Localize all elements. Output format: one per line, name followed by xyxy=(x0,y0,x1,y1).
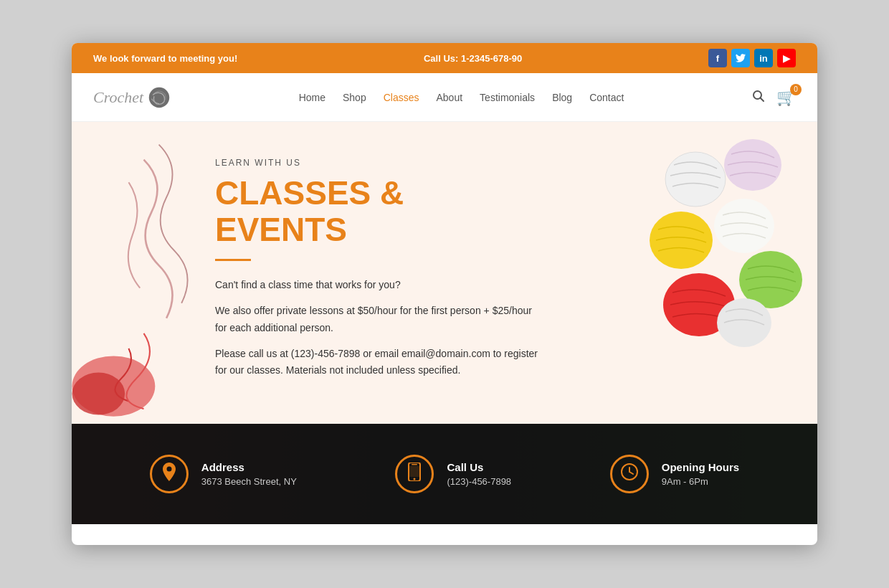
yarn-deco-left xyxy=(72,122,201,424)
logo-icon xyxy=(148,86,171,109)
nav-item-about[interactable]: About xyxy=(437,91,463,104)
footer-hours-text: 9Am - 6Pm xyxy=(662,476,739,487)
top-bar-left-text: We look forward to meeting you! xyxy=(93,53,237,64)
footer-hours-icon-wrap xyxy=(610,455,649,493)
footer-phone-text: (123)-456-7898 xyxy=(447,476,511,487)
footer-item-address: Address 3673 Beech Street, NY xyxy=(150,455,297,493)
svg-line-2 xyxy=(760,98,764,101)
nav-item-shop[interactable]: Shop xyxy=(343,91,366,104)
navbar: Crochet Home Shop Classes About Testimon… xyxy=(72,73,817,122)
top-bar-phone: Call Us: 1-2345-678-90 xyxy=(424,53,522,64)
hero-subtitle: LEARN WITH US xyxy=(215,158,538,168)
hero-section: LEARN WITH US CLASSES & EVENTS Can't fin… xyxy=(72,122,817,424)
svg-point-8 xyxy=(650,212,713,269)
yarn-balls-svg xyxy=(638,122,810,359)
svg-point-15 xyxy=(414,478,416,480)
twitter-icon[interactable] xyxy=(731,49,750,67)
footer-item-hours: Opening Hours 9Am - 6Pm xyxy=(610,455,739,493)
footer-phone-info: Call Us (123)-456-7898 xyxy=(447,461,511,487)
svg-line-19 xyxy=(629,472,633,474)
youtube-icon[interactable]: ▶ xyxy=(777,49,796,67)
browser-window: We look forward to meeting you! Call Us:… xyxy=(72,43,817,545)
linkedin-icon[interactable]: in xyxy=(754,49,773,67)
nav-links: Home Shop Classes About Testimonials Blo… xyxy=(299,91,624,104)
footer-address-text: 3673 Beech Street, NY xyxy=(201,476,297,487)
svg-rect-16 xyxy=(409,466,419,477)
nav-item-testimonials[interactable]: Testimonials xyxy=(480,91,535,104)
yarn-balls-container xyxy=(638,122,817,424)
footer-hours-info: Opening Hours 9Am - 6Pm xyxy=(662,461,739,487)
cart-icon-wrap[interactable]: 🛒 0 xyxy=(776,88,796,107)
hero-para1: Can't find a class time that works for y… xyxy=(215,277,538,294)
social-icons: f in ▶ xyxy=(708,49,796,67)
footer-item-phone: Call Us (123)-456-7898 xyxy=(395,455,511,493)
svg-point-9 xyxy=(714,199,774,253)
footer-address-icon-wrap xyxy=(150,455,189,493)
footer-phone-icon-wrap xyxy=(395,455,434,493)
clock-icon xyxy=(620,463,639,485)
address-icon xyxy=(161,463,177,485)
facebook-icon[interactable]: f xyxy=(708,49,727,67)
hero-divider xyxy=(215,259,251,261)
svg-rect-14 xyxy=(412,464,417,465)
phone-icon xyxy=(407,463,422,485)
search-icon[interactable] xyxy=(752,90,765,105)
hero-para3: Please call us at (123)-456-7898 or emai… xyxy=(215,346,538,380)
footer-section: Address 3673 Beech Street, NY Call Us (1… xyxy=(72,424,817,524)
footer-address-title: Address xyxy=(201,461,297,473)
cart-badge: 0 xyxy=(790,84,802,95)
hero-title: CLASSES & EVENTS xyxy=(215,175,538,247)
footer-hours-title: Opening Hours xyxy=(662,461,739,473)
nav-actions: 🛒 0 xyxy=(752,88,796,107)
footer-address-info: Address 3673 Beech Street, NY xyxy=(201,461,297,487)
nav-item-blog[interactable]: Blog xyxy=(552,91,572,104)
hero-content: LEARN WITH US CLASSES & EVENTS Can't fin… xyxy=(215,158,538,388)
nav-item-contact[interactable]: Contact xyxy=(589,91,624,104)
nav-item-classes[interactable]: Classes xyxy=(384,91,419,104)
logo-text: Crochet xyxy=(93,88,143,107)
hero-para2: We also offer private lessons at $50/hou… xyxy=(215,303,538,337)
logo[interactable]: Crochet xyxy=(93,86,171,109)
nav-item-home[interactable]: Home xyxy=(299,91,325,104)
top-bar: We look forward to meeting you! Call Us:… xyxy=(72,43,817,73)
footer-phone-title: Call Us xyxy=(447,461,511,473)
